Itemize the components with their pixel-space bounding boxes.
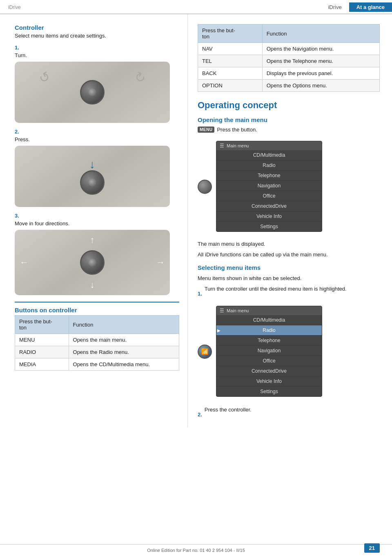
arrow-right-icon: → (156, 257, 165, 268)
button-cell: MENU (15, 334, 69, 346)
main-menu-display-1: ☰ Main menu CD/MultimediaRadioTelephoneN… (216, 141, 322, 232)
table-row: TELOpens the Telephone menu. (198, 55, 380, 67)
opening-menu-title: Opening the main menu (198, 116, 380, 123)
page-content: Controller Select menu items and create … (0, 14, 392, 427)
press-arrow-icon: ↓ (89, 158, 95, 171)
main-menu-items-2: CD/Multimedia▶RadioTelephoneNavigationOf… (216, 315, 322, 396)
button-cell: NAV (198, 43, 263, 55)
page-number: 21 (364, 543, 380, 553)
main-menu-display-section-2: 📶 ☰ Main menu CD/Multimedia▶RadioTelepho… (198, 302, 380, 402)
main-menu-displayed-text: The main menu is displayed. (198, 240, 380, 248)
function-cell: Displays the previous panel. (262, 67, 379, 80)
step1-label: 1. (15, 44, 179, 51)
select-step2-label: 2. (198, 411, 202, 418)
table-row: RADIOOpens the Radio menu. (15, 346, 179, 358)
left-column: Controller Select menu items and create … (0, 14, 188, 427)
wifi-icon: 📶 (201, 348, 208, 355)
controller-turn-image: ↺ ↺ (15, 62, 170, 123)
main-menu-header-2: ☰ Main menu (216, 306, 322, 315)
table-row: BACKDisplays the previous panel. (198, 67, 380, 80)
footer-text: Online Edition for Part no. 01 40 2 954 … (147, 548, 245, 553)
selecting-items-text: Menu items shown in white can be selecte… (198, 274, 380, 282)
press-button-row: MENU Press the button. (198, 127, 380, 133)
table-row: MENUOpens the main menu. (15, 334, 179, 346)
side-knob-1 (198, 180, 212, 194)
table-row: NAVOpens the Navigation menu. (198, 43, 380, 55)
table-header-col1: Press the but-ton (15, 316, 69, 334)
step2-text: Press. (15, 136, 179, 142)
step3-label: 3. (15, 213, 179, 219)
table-row: OPTIONOpens the Options menu. (198, 80, 380, 92)
function-cell: Opens the Telephone menu. (262, 55, 379, 67)
right-buttons-table: Press the but-ton Function NAVOpens the … (198, 24, 380, 92)
main-menu-item: Settings (216, 222, 322, 231)
idrive-functions-text: All iDrive functions can be called up vi… (198, 251, 380, 259)
function-cell: Opens the Options menu. (262, 80, 379, 92)
button-cell: MEDIA (15, 358, 69, 371)
controller-knob-press (80, 170, 105, 195)
main-menu-item: ConnectedDrive (216, 201, 322, 211)
step1-text: Turn. (15, 52, 179, 58)
function-cell: Opens the CD/Multimedia menu. (69, 358, 179, 371)
controller-knob-move (80, 250, 105, 275)
menu-icon: ☰ (220, 143, 224, 149)
arrow-up-icon: ↑ (90, 235, 95, 245)
main-menu-header-1: ☰ Main menu (216, 141, 322, 150)
controller-subtitle: Select menu items and create settings. (15, 33, 179, 39)
button-cell: RADIO (15, 346, 69, 358)
main-menu-item: CD/Multimedia (216, 315, 322, 325)
main-menu-item: Telephone (216, 171, 322, 181)
right-table-header-col1: Press the but-ton (198, 24, 263, 43)
main-menu-header-text-2: Main menu (227, 308, 249, 313)
main-menu-item: Vehicle Info (216, 376, 322, 387)
main-menu-item: Navigation (216, 181, 322, 191)
press-button-text: Press the button. (217, 127, 257, 133)
right-column: Press the but-ton Function NAVOpens the … (188, 14, 392, 427)
button-cell: BACK (198, 67, 263, 80)
main-menu-item: Telephone (216, 336, 322, 346)
main-menu-item: ConnectedDrive (216, 366, 322, 376)
main-menu-item: Navigation (216, 346, 322, 356)
button-cell: OPTION (198, 80, 263, 92)
buttons-table: Press the but-ton Function MENUOpens the… (15, 315, 179, 371)
buttons-section-title: Buttons on controller (15, 307, 179, 314)
tab-idrive[interactable]: iDrive (321, 2, 349, 12)
main-menu-item: CD/Multimedia (216, 150, 322, 160)
function-cell: Opens the Radio menu. (69, 346, 179, 358)
menu-button-label: MENU (198, 127, 214, 133)
button-cell: TEL (198, 55, 263, 67)
main-menu-item: Radio (216, 160, 322, 171)
controller-press-image: ↓ (15, 146, 170, 207)
table-header-col2: Function (69, 316, 179, 334)
step2-label: 2. (15, 129, 179, 135)
step3-text: Move in four directions. (15, 220, 179, 227)
controller-move-image: ↑ ↓ ← → (15, 230, 170, 295)
menu-icon-2: ☰ (220, 308, 224, 314)
main-menu-items-1: CD/MultimediaRadioTelephoneNavigationOff… (216, 150, 322, 231)
function-cell: Opens the main menu. (69, 334, 179, 346)
main-menu-item: Office (216, 191, 322, 201)
header-left-label: iDrive (0, 4, 321, 10)
op-concept-title: Operating concept (198, 100, 380, 111)
main-menu-item: Settings (216, 387, 322, 396)
function-cell: Opens the Navigation menu. (262, 43, 379, 55)
tab-at-a-glance[interactable]: At a glance (349, 2, 392, 12)
select-step1-label: 1. (198, 291, 202, 297)
controller-title: Controller (15, 24, 179, 31)
arrow-left-icon: ← (20, 257, 29, 268)
table-row: MEDIAOpens the CD/Multimedia menu. (15, 358, 179, 371)
right-table-header-col2: Function (262, 24, 379, 43)
select-step2-text: Press the controller. (205, 406, 252, 417)
header-tabs: iDrive At a glance (321, 2, 392, 12)
main-menu-display-2: ☰ Main menu CD/Multimedia▶RadioTelephone… (216, 306, 322, 397)
main-menu-header-text: Main menu (227, 143, 249, 148)
select-step1-text: Turn the controller until the desired me… (205, 285, 347, 296)
main-menu-display-section: ☰ Main menu CD/MultimediaRadioTelephoneN… (198, 137, 380, 237)
controller-knob-turn (80, 80, 105, 105)
page-footer: Online Edition for Part no. 01 40 2 954 … (0, 544, 392, 556)
page-header: iDrive iDrive At a glance (0, 0, 392, 14)
main-menu-item: ▶Radio (216, 325, 322, 336)
buttons-section-divider (15, 302, 179, 302)
select-step2-row: 2. Press the controller. (198, 406, 380, 419)
main-menu-item: Office (216, 356, 322, 366)
